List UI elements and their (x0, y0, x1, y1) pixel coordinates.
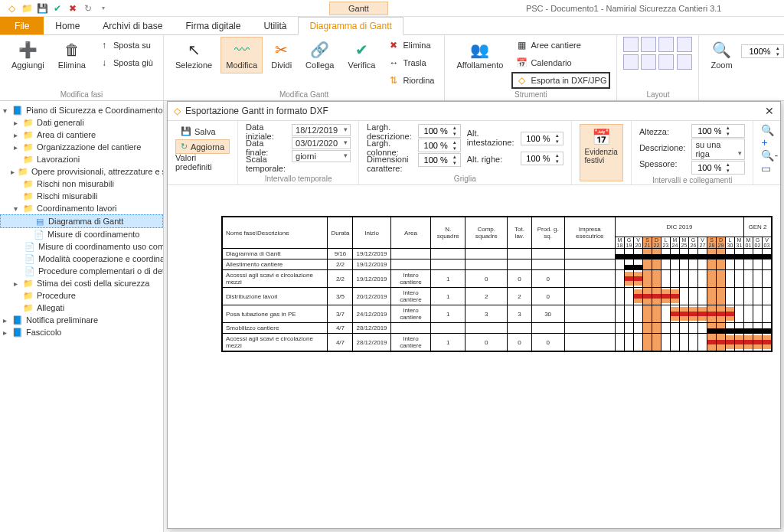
close-icon[interactable]: ✕ (765, 105, 774, 117)
qat-dropdown-icon[interactable]: ▾ (98, 3, 109, 14)
dialog-title-bar: ◇ Esportazione Gantt in formato DXF ✕ (168, 102, 780, 121)
layout-grid[interactable] (623, 37, 674, 70)
tree-stima-costi[interactable]: ▸📁Stima dei costi della sicurezza (0, 277, 163, 289)
zoom-spinbox[interactable]: ▴▾ (741, 44, 784, 58)
qat-new-icon[interactable]: ◇ (6, 3, 17, 14)
tab-gantt[interactable]: Diagramma di Gantt (298, 17, 403, 35)
alt-intest-spin[interactable]: ▴▾ (521, 132, 564, 145)
tree-dati-generali[interactable]: ▸📁Dati generali (0, 116, 163, 129)
tree-misure-coord[interactable]: 📄Misure di coordinamento (0, 228, 163, 240)
folder-icon: 📁 (23, 203, 34, 214)
app-title: PSC - Documento1 - Namirial Sicurezza Ca… (526, 4, 722, 13)
aggiungi-button[interactable]: ➕Aggiungi (6, 37, 50, 73)
gantt-preview-table: Nome fase\DescrizioneDurataInizioAreaN. … (221, 216, 773, 352)
layout-opt-b[interactable] (677, 54, 692, 70)
qat-refresh-icon[interactable]: ↻ (83, 3, 93, 14)
evidenzia-festivi-button[interactable]: 📅Evidenzia festivi (580, 124, 623, 181)
zoom-out-icon[interactable]: 🔍- (761, 149, 778, 162)
tree-opere-prov[interactable]: ▸📁Opere provvisionali, attrezzature e so… (0, 165, 163, 178)
move-icon: ↔ (387, 57, 400, 69)
tab-utilita[interactable]: Utilità (252, 17, 298, 34)
zoom-fit-icon[interactable]: ▭ (761, 162, 778, 175)
people-icon: 👥 (471, 41, 489, 59)
elimina2-button[interactable]: ✖Elimina (384, 37, 438, 54)
tab-home[interactable]: Home (44, 17, 91, 34)
altezza-spin[interactable]: ▴▾ (691, 124, 745, 138)
tree-diagramma-gantt[interactable]: ▤Diagramma di Gantt (0, 214, 163, 228)
modifica-button[interactable]: 〰Modifica (220, 37, 263, 73)
folder-icon: 📁 (18, 166, 28, 177)
check-icon: ✔ (352, 41, 371, 59)
zoom-input[interactable] (742, 46, 773, 57)
alt-righe-spin[interactable]: ▴▾ (521, 152, 564, 165)
calendario-button[interactable]: 📅Calendario (511, 54, 610, 71)
selezione-button[interactable]: ↖Selezione (170, 37, 217, 73)
aree-cantiere-button[interactable]: ▦Aree cantiere (511, 37, 610, 54)
zoom-in-icon[interactable]: 🔍+ (761, 124, 778, 149)
tab-archivi[interactable]: Archivi di base (91, 17, 174, 34)
tree-modalita-coop[interactable]: 📄Modalità cooperazione e coordinamen (0, 253, 163, 265)
calendar-icon: 📅 (515, 57, 528, 69)
ribbon: ➕Aggiungi 🗑Elimina ↑Sposta su ↓Sposta gi… (0, 35, 784, 101)
layout-opt-a[interactable] (677, 37, 692, 52)
qat-save-icon[interactable]: 💾 (37, 3, 47, 14)
sposta-su-button[interactable]: ↑Sposta su (94, 37, 157, 54)
dim-car-spin[interactable]: ▴▾ (418, 153, 461, 167)
doc-icon: 📄 (24, 241, 35, 252)
riordina-button[interactable]: ⇅Riordina (384, 72, 438, 89)
trasla-button[interactable]: ↔Trasla (384, 54, 438, 71)
tree-rischi-mis[interactable]: 📁Rischi misurabili (0, 190, 163, 202)
qat-check-icon[interactable]: ✔ (52, 3, 63, 14)
collega-button[interactable]: 🔗Collega (300, 37, 339, 73)
affollamento-button[interactable]: 👥Affollamento (451, 37, 508, 73)
area-icon: ▦ (515, 39, 528, 51)
zoom-button[interactable]: 🔍Zoom (705, 37, 737, 73)
tree-procedure[interactable]: 📁Procedure (0, 289, 163, 302)
tree-root[interactable]: ▾📘Piano di Sicurezza e Coordinamento (0, 104, 163, 116)
data-finale-input[interactable]: 03/01/2020 (292, 137, 351, 149)
folder-icon: 📁 (23, 117, 34, 128)
tree-allegati[interactable]: 📁Allegati (0, 302, 163, 314)
esporta-dxf-button[interactable]: ◇Esporta in DXF/JPG (511, 72, 610, 89)
folder-icon: 📁 (23, 154, 34, 165)
aggiorna-button[interactable]: ↻Aggiorna (175, 139, 230, 154)
save-icon: 💾 (181, 126, 191, 136)
qat-open-icon[interactable]: 📁 (21, 3, 32, 14)
ribbon-tabs: File Home Archivi di base Firma digitale… (0, 17, 784, 35)
tree-notifica[interactable]: ▸📘Notifica preliminare (0, 314, 163, 326)
plus-icon: ➕ (18, 41, 37, 59)
tree-area-cantiere[interactable]: ▸📁Area di cantiere (0, 129, 163, 141)
trash-icon: 🗑 (63, 41, 81, 59)
dividi-button[interactable]: ✂Dividi (266, 37, 297, 73)
export-dxf-dialog: ◇ Esportazione Gantt in formato DXF ✕ 💾S… (167, 101, 781, 529)
tree-coord-lavori[interactable]: ▾📁Coordinamento lavori (0, 202, 163, 214)
tab-file[interactable]: File (0, 17, 44, 34)
scala-temp-select[interactable]: giorni (292, 150, 351, 162)
salva-button[interactable]: 💾Salva (175, 124, 230, 139)
largh-col-spin[interactable]: ▴▾ (418, 139, 461, 152)
verifica-button[interactable]: ✔Verifica (342, 37, 381, 73)
context-tab-gantt: Gantt (329, 2, 388, 15)
tree-fascicolo[interactable]: ▸📘Fascicolo (0, 326, 163, 338)
folder-icon: 📁 (23, 302, 34, 313)
spessore-spin[interactable]: ▴▾ (691, 161, 745, 175)
link-icon: 🔗 (311, 41, 329, 59)
elimina-button[interactable]: 🗑Elimina (53, 37, 91, 73)
tree-lavorazioni[interactable]: 📁Lavorazioni (0, 153, 163, 165)
edit-icon: 〰 (233, 41, 251, 59)
ribbon-group-strumenti: 👥Affollamento ▦Aree cantiere 📅Calendario… (445, 35, 617, 100)
descrizione-select[interactable]: su una riga (691, 139, 745, 160)
folder-icon: 📁 (23, 278, 34, 289)
data-iniziale-input[interactable]: 18/12/2019 (292, 124, 351, 136)
dialog-ribbon: 💾Salva ↻Aggiorna Valori predefiniti Data… (168, 121, 780, 185)
tree-organizzazione[interactable]: ▸📁Organizzazione del cantiere (0, 141, 163, 153)
qat-delete-icon[interactable]: ✖ (67, 3, 78, 14)
arrow-up-icon: ↑ (98, 39, 110, 51)
tree-misure-coord-uso[interactable]: 📄Misure di coordinamento uso comune (0, 240, 163, 253)
tree-rischi-non-mis[interactable]: 📁Rischi non misurabili (0, 178, 163, 190)
sposta-giu-button[interactable]: ↓Sposta giù (94, 54, 157, 71)
dialog-title: Esportazione Gantt in formato DXF (185, 106, 328, 116)
tree-procedure-comp[interactable]: 📄Procedure complementari o di dettagli (0, 265, 163, 277)
largh-descr-spin[interactable]: ▴▾ (418, 124, 461, 138)
tab-firma[interactable]: Firma digitale (174, 17, 252, 34)
